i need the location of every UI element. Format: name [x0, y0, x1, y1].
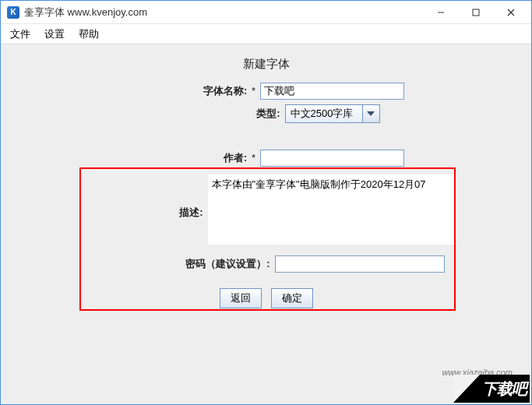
label-type: 类型:: [153, 107, 285, 121]
row-author: 作者: *: [1, 150, 531, 167]
description-textarea[interactable]: [208, 174, 457, 245]
type-select[interactable]: 中文2500字库: [285, 104, 380, 123]
ok-button[interactable]: 确定: [271, 288, 313, 308]
label-font-name: 字体名称: *: [128, 84, 260, 98]
row-description: 描述:: [1, 174, 531, 245]
menubar: 文件 设置 帮助: [1, 24, 531, 44]
menu-file[interactable]: 文件: [5, 25, 35, 44]
required-mark: *: [252, 152, 255, 164]
row-font-name: 字体名称: *: [1, 83, 531, 100]
back-button[interactable]: 返回: [220, 288, 262, 308]
maximize-icon: [472, 9, 480, 16]
titlebar: K 奎享字体 www.kvenjoy.com: [1, 1, 531, 24]
watermark-logo-text: 下载吧: [482, 379, 527, 400]
maximize-button[interactable]: [458, 2, 493, 23]
svg-rect-1: [473, 9, 479, 16]
window-title: 奎享字体 www.kvenjoy.com: [24, 5, 147, 19]
author-input[interactable]: [260, 150, 404, 167]
svg-marker-4: [367, 111, 375, 116]
close-button[interactable]: [493, 2, 528, 23]
label-password: 密码（建议设置）:: [88, 257, 275, 271]
form-heading: 新建字体: [1, 57, 531, 72]
app-icon: K: [7, 6, 19, 19]
font-name-input[interactable]: [260, 83, 404, 100]
client-area: 新建字体 字体名称: * 类型: 中文2500字库 作者: *: [1, 44, 531, 404]
close-icon: [507, 9, 515, 16]
row-password: 密码（建议设置）:: [1, 255, 531, 273]
type-select-toggle[interactable]: [363, 104, 380, 123]
label-description: 描述:: [76, 174, 208, 220]
window-controls: [423, 2, 528, 23]
watermark-logo: 下载吧: [453, 375, 530, 403]
required-mark: *: [252, 85, 255, 97]
button-row: 返回 确定: [1, 288, 531, 308]
type-select-value: 中文2500字库: [285, 104, 363, 123]
label-author: 作者: *: [128, 151, 260, 165]
menu-help[interactable]: 帮助: [74, 25, 104, 44]
minimize-button[interactable]: [423, 2, 458, 23]
chevron-down-icon: [367, 110, 375, 118]
password-input[interactable]: [275, 255, 445, 273]
app-window: K 奎享字体 www.kvenjoy.com 文件 设置 帮助 新建字体 字体名…: [0, 0, 532, 405]
minimize-icon: [437, 9, 445, 16]
watermark-accent: [453, 375, 480, 403]
row-type: 类型: 中文2500字库: [1, 104, 531, 123]
menu-settings[interactable]: 设置: [40, 25, 69, 44]
